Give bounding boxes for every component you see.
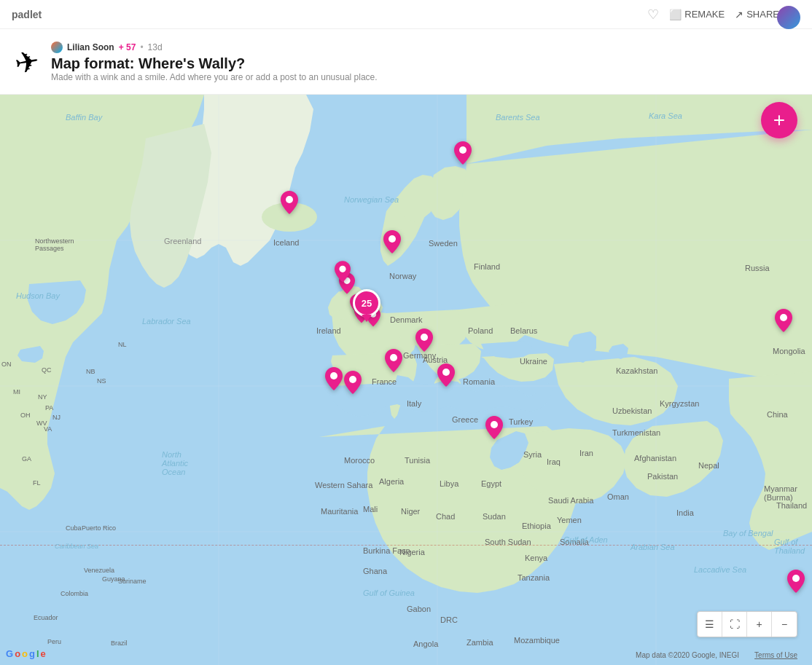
remake-button[interactable]: ⬜ REMAKE — [669, 9, 725, 20]
svg-point-10 — [389, 235, 396, 243]
map-controls: ☰ ⛶ + − — [697, 611, 797, 643]
svg-point-23 — [792, 575, 800, 582]
svg-point-9 — [459, 146, 466, 154]
heart-button[interactable]: ♡ — [647, 7, 659, 23]
post-meta: Lilian Soon + 57 • 13d — [51, 42, 797, 53]
svg-point-21 — [780, 314, 787, 321]
marker-spain[interactable] — [344, 371, 362, 397]
author-name: Lilian Soon — [67, 42, 114, 52]
padlet-logo: padlet — [12, 9, 42, 20]
map-ctrl-group-extra: ☰ ⛶ + − — [697, 611, 797, 637]
hamburger-button[interactable]: ☰ — [698, 612, 722, 637]
likes-badge: + 57 — [119, 42, 136, 52]
map-container[interactable]: Baffin Bay Barents Sea Kara Sea Norwegia… — [0, 95, 812, 665]
svg-point-20 — [349, 376, 356, 383]
zoom-in-button[interactable]: + — [747, 612, 772, 637]
heart-icon: ♡ — [647, 7, 659, 23]
equator-line — [0, 545, 812, 546]
remake-icon: ⬜ — [669, 9, 682, 20]
svg-point-19 — [330, 372, 337, 379]
share-button[interactable]: ↗ SHARE — [735, 9, 779, 20]
zoom-out-button[interactable]: − — [772, 612, 797, 637]
marker-uk2[interactable] — [335, 261, 351, 286]
marker-balkans[interactable] — [437, 363, 455, 390]
svg-point-16 — [390, 354, 397, 361]
content-header: ✈ Lilian Soon + 57 • 13d Map format: Whe… — [0, 29, 812, 95]
svg-point-17 — [421, 334, 428, 341]
marker-norway-north[interactable] — [454, 141, 472, 168]
post-subtitle: Made with a wink and a smile. Add where … — [51, 72, 797, 82]
terms-link[interactable]: Terms of Use — [754, 651, 797, 659]
fab-add-button[interactable]: + — [761, 102, 797, 138]
marker-france[interactable] — [385, 349, 402, 375]
map-background: Baffin Bay Barents Sea Kara Sea Norwegia… — [0, 95, 812, 665]
dot-separator: • — [140, 42, 143, 52]
svg-point-18 — [442, 369, 450, 376]
marker-iceland[interactable] — [281, 191, 298, 217]
marker-norway[interactable] — [383, 230, 401, 256]
share-icon: ↗ — [735, 9, 743, 20]
user-avatar[interactable] — [777, 6, 800, 29]
cluster-count: 25 — [353, 289, 380, 317]
marker-portugal[interactable] — [325, 367, 343, 393]
svg-point-8 — [286, 196, 293, 203]
author-avatar — [51, 42, 63, 53]
fullscreen-button[interactable]: ⛶ — [722, 612, 747, 637]
topbar-actions: ♡ ⬜ REMAKE ↗ SHARE ··· — [647, 7, 800, 23]
marker-austria[interactable] — [415, 328, 433, 355]
svg-point-22 — [491, 421, 498, 428]
plane-icon: ✈ — [12, 43, 42, 80]
google-logo: Google — [6, 648, 46, 659]
marker-siberia[interactable] — [775, 309, 792, 335]
marker-mediterranean[interactable] — [485, 416, 503, 442]
marker-sea[interactable] — [787, 570, 805, 596]
post-title: Map format: Where's Wally? — [51, 55, 797, 72]
title-area: Lilian Soon + 57 • 13d Map format: Where… — [51, 42, 797, 82]
marker-cluster-uk[interactable]: 25 — [353, 289, 380, 317]
map-attribution: Map data ©2020 Google, INEGI — [636, 651, 739, 659]
topbar: padlet ♡ ⬜ REMAKE ↗ SHARE ··· — [0, 0, 812, 29]
map-svg — [0, 95, 812, 665]
svg-point-12 — [339, 266, 346, 272]
post-time: 13d — [148, 42, 163, 52]
